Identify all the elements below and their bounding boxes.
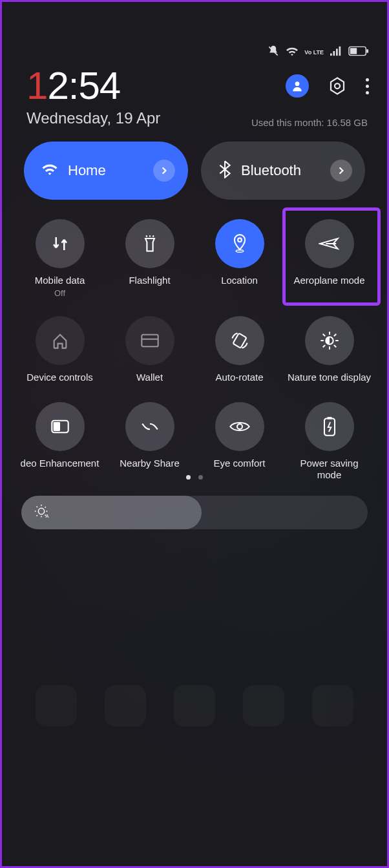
status-bar: Vo LTE (267, 45, 369, 60)
svg-rect-13 (142, 335, 158, 346)
battery-icon (348, 46, 369, 59)
brightness-auto-icon: A (33, 503, 50, 522)
tile-mobile-data[interactable]: Mobile data Off (15, 213, 105, 298)
bluetooth-icon (218, 160, 232, 181)
svg-rect-7 (366, 49, 368, 53)
svg-rect-15 (233, 333, 246, 348)
bluetooth-label: Bluetooth (241, 162, 321, 179)
svg-text:A: A (46, 513, 49, 519)
svg-point-8 (295, 81, 300, 86)
svg-rect-29 (327, 417, 331, 419)
svg-point-12 (236, 250, 244, 252)
svg-marker-9 (331, 78, 344, 94)
brightness-slider[interactable]: A (21, 496, 368, 529)
page-indicator (2, 475, 387, 480)
svg-line-37 (37, 515, 38, 516)
svg-line-22 (333, 345, 335, 347)
more-button[interactable] (366, 78, 369, 94)
volte-icon: Vo LTE (304, 50, 324, 55)
tile-nearby-share[interactable]: Nearby Share (105, 396, 194, 482)
tile-eye-comfort[interactable]: Eye comfort (194, 396, 284, 482)
tile-aeroplane-mode[interactable]: Aeroplane mode (284, 213, 374, 298)
svg-rect-6 (350, 48, 357, 54)
svg-line-21 (322, 333, 324, 335)
svg-line-23 (322, 345, 324, 347)
tile-power-saving[interactable]: Power saving mode (284, 396, 374, 482)
svg-line-38 (45, 507, 47, 508)
svg-rect-4 (339, 47, 341, 56)
tile-location[interactable]: Location (194, 213, 284, 298)
svg-line-35 (37, 507, 38, 508)
bluetooth-pill[interactable]: Bluetooth (201, 142, 365, 200)
tile-video-enhancement[interactable]: deo Enhancement (15, 396, 105, 482)
home-dock-blurred (2, 685, 387, 737)
tile-flashlight[interactable]: Flashlight (105, 213, 194, 298)
wifi-expand-button[interactable] (153, 160, 175, 182)
svg-point-10 (335, 83, 340, 89)
svg-point-30 (38, 508, 44, 514)
wifi-icon (41, 162, 59, 179)
svg-line-24 (333, 333, 335, 335)
wifi-label: Home (68, 162, 144, 179)
svg-rect-26 (53, 422, 59, 431)
quick-settings-grid: Mobile data Off Flashlight Location Aero… (15, 213, 374, 482)
data-usage: Used this month: 16.58 GB (251, 117, 368, 128)
tile-nature-tone[interactable]: Nature tone display (284, 310, 374, 384)
svg-point-27 (237, 424, 242, 429)
tile-auto-rotate[interactable]: Auto-rotate (194, 310, 284, 384)
svg-rect-1 (330, 54, 332, 56)
wifi-icon (285, 45, 299, 59)
date: Wednesday, 19 Apr (26, 109, 160, 127)
profile-button[interactable] (286, 74, 309, 98)
settings-button[interactable] (327, 76, 348, 96)
svg-rect-3 (336, 48, 338, 56)
signal-icon (329, 45, 343, 59)
wifi-pill[interactable]: Home (24, 142, 188, 200)
svg-point-11 (238, 238, 242, 242)
bluetooth-expand-button[interactable] (330, 160, 352, 182)
svg-rect-2 (333, 51, 335, 56)
clock: 12:54 (26, 67, 160, 105)
tile-wallet[interactable]: Wallet (105, 310, 194, 384)
tile-device-controls[interactable]: Device controls (15, 310, 105, 384)
mute-icon (267, 45, 280, 60)
